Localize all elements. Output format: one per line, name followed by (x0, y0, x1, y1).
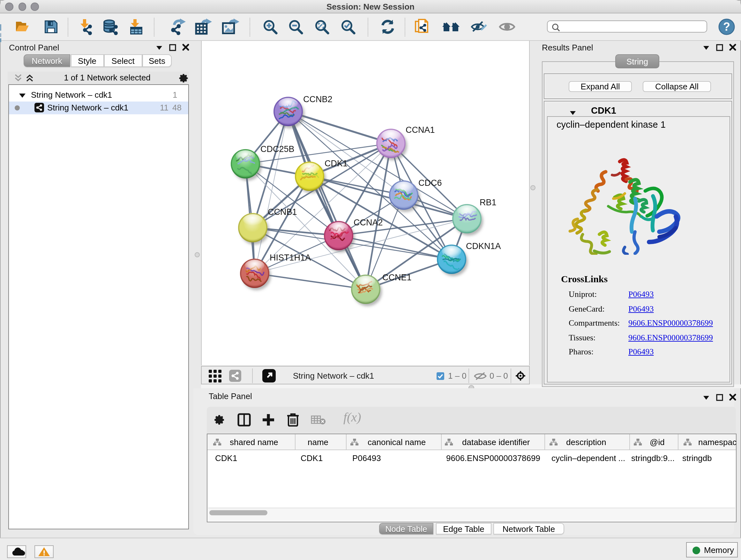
svg-text:CCNB1: CCNB1 (268, 207, 297, 217)
svg-text:RB1: RB1 (480, 198, 496, 207)
svg-text:CCNA1: CCNA1 (406, 125, 435, 135)
svg-text:HIST1H1A: HIST1H1A (270, 253, 311, 262)
svg-text:CCNB2: CCNB2 (303, 95, 333, 104)
svg-text:CDK1: CDK1 (325, 159, 347, 168)
svg-text:CCNE1: CCNE1 (382, 273, 412, 282)
svg-text:CDC6: CDC6 (418, 178, 442, 188)
svg-text:CDKN1A: CDKN1A (466, 241, 501, 251)
svg-text:?: ? (723, 20, 730, 33)
svg-text:CCNA2: CCNA2 (354, 218, 383, 227)
svg-text:CDC25B: CDC25B (260, 144, 294, 154)
